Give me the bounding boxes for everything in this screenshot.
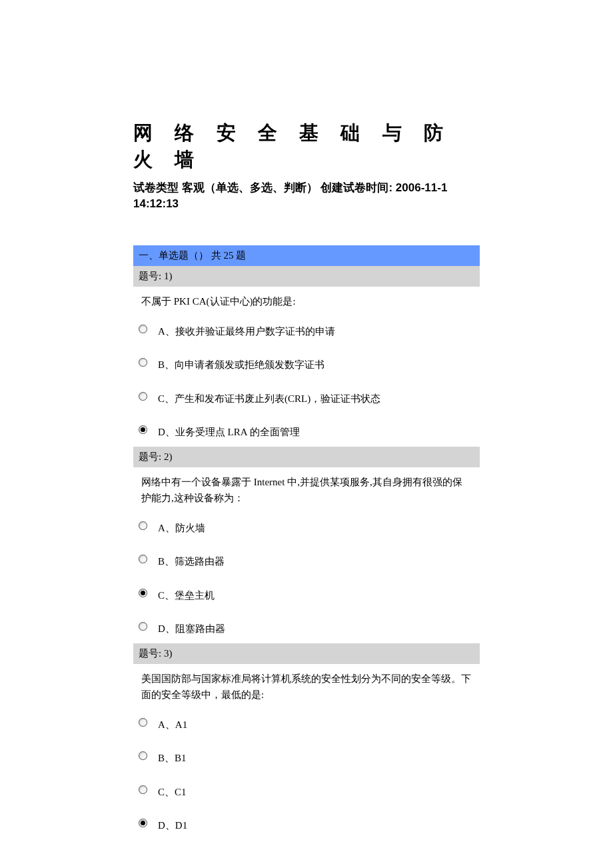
radio-wrapper	[139, 519, 147, 533]
option-row: D、业务受理点 LRA 的全面管理	[133, 417, 480, 447]
radio-wrapper	[139, 390, 147, 403]
radio-unchecked-icon[interactable]	[139, 358, 147, 367]
radio-wrapper	[139, 587, 147, 600]
option-label: A、接收并验证最终用户数字证书的申请	[158, 323, 335, 339]
option-row: D、阻塞路由器	[133, 613, 480, 643]
option-label: D、D1	[158, 817, 187, 833]
option-row: A、防火墙	[133, 513, 480, 543]
option-row: B、B1	[133, 743, 480, 773]
question-header: 题号: 3)	[133, 643, 480, 664]
exam-meta: 试卷类型 客观（单选、多选、判断） 创建试卷时间: 2006-11-1 14:1…	[133, 180, 480, 212]
option-row: C、产生和发布证书废止列表(CRL)，验证证书状态	[133, 383, 480, 413]
radio-wrapper	[139, 423, 147, 437]
option-label: A、防火墙	[158, 519, 205, 536]
option-row: C、堡垒主机	[133, 580, 480, 610]
option-label: C、堡垒主机	[158, 587, 215, 603]
meta-line-1: 试卷类型 客观（单选、多选、判断） 创建试卷时间: 2006-11-1	[133, 181, 447, 194]
option-row: B、筛选路由器	[133, 546, 480, 576]
radio-checked-icon[interactable]	[139, 589, 147, 597]
radio-wrapper	[139, 817, 147, 830]
radio-wrapper	[139, 783, 147, 797]
question-text: 网络中有一个设备暴露于 Internet 中,并提供某项服务,其自身拥有很强的保…	[133, 467, 480, 513]
option-label: B、筛选路由器	[158, 553, 225, 569]
radio-wrapper	[139, 749, 147, 763]
option-label: B、向申请者颁发或拒绝颁发数字证书	[158, 356, 324, 373]
option-row: C、C1	[133, 777, 480, 807]
question-text: 不属于 PKI CA(认证中心)的功能是:	[133, 287, 480, 316]
radio-checked-icon[interactable]	[139, 819, 147, 827]
option-label: A、A1	[158, 716, 187, 733]
meta-line-2: 14:12:13	[133, 197, 179, 210]
option-label: B、B1	[158, 749, 187, 766]
radio-wrapper	[139, 323, 147, 336]
option-label: C、C1	[158, 783, 187, 800]
question-header: 题号: 1)	[133, 266, 480, 287]
radio-checked-icon[interactable]	[139, 425, 147, 434]
option-row: B、向申请者颁发或拒绝颁发数字证书	[133, 349, 480, 379]
radio-unchecked-icon[interactable]	[139, 718, 147, 727]
radio-unchecked-icon[interactable]	[139, 392, 147, 401]
option-label: D、阻塞路由器	[158, 620, 225, 637]
question-text: 美国国防部与国家标准局将计算机系统的安全性划分为不同的安全等级。下面的安全等级中…	[133, 664, 480, 709]
option-row: A、接收并验证最终用户数字证书的申请	[133, 316, 480, 346]
question-header: 题号: 2)	[133, 447, 480, 467]
radio-unchecked-icon[interactable]	[139, 785, 147, 794]
option-row: A、A1	[133, 709, 480, 739]
radio-wrapper	[139, 553, 147, 566]
radio-unchecked-icon[interactable]	[139, 521, 147, 530]
section-header: 一、单选题（） 共 25 题	[133, 245, 480, 266]
radio-unchecked-icon[interactable]	[139, 751, 147, 760]
document-title: 网 络 安 全 基 础 与 防 火 墙	[133, 120, 480, 173]
option-row: D、D1	[133, 810, 480, 840]
radio-wrapper	[139, 356, 147, 369]
radio-unchecked-icon[interactable]	[139, 555, 147, 563]
option-label: D、业务受理点 LRA 的全面管理	[158, 423, 300, 440]
radio-unchecked-icon[interactable]	[139, 622, 147, 631]
radio-wrapper	[139, 620, 147, 633]
radio-unchecked-icon[interactable]	[139, 325, 147, 333]
radio-wrapper	[139, 716, 147, 729]
option-label: C、产生和发布证书废止列表(CRL)，验证证书状态	[158, 390, 380, 407]
